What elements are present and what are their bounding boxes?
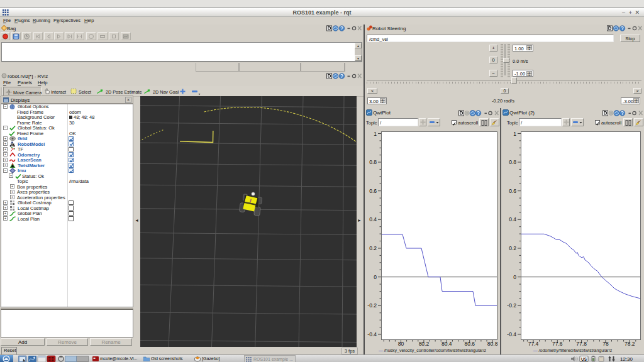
svg-text:80.6: 80.6 [464, 341, 475, 347]
svg-text:US: US [581, 357, 587, 361]
svg-text:0.8: 0.8 [509, 159, 516, 165]
svg-text:-0.2: -0.2 [367, 302, 377, 309]
svg-text:1: 1 [513, 131, 516, 137]
svg-text:0: 0 [513, 274, 516, 280]
svg-text:-0.2: -0.2 [507, 302, 516, 309]
svg-text:0.4: 0.4 [509, 216, 516, 222]
svg-text:80.8: 80.8 [487, 341, 498, 347]
svg-text:-0.4: -0.4 [367, 331, 377, 337]
svg-text:ML: ML [11, 143, 14, 146]
svg-text:77.8: 77.8 [576, 341, 587, 347]
svg-text:80: 80 [398, 341, 404, 347]
svg-text:0.6: 0.6 [369, 188, 377, 194]
svg-text:0: 0 [374, 274, 377, 280]
svg-text:0.6: 0.6 [509, 188, 516, 194]
svg-text:78: 78 [602, 341, 609, 347]
svg-text:80.2: 80.2 [419, 341, 430, 347]
svg-text:1: 1 [374, 131, 377, 137]
svg-text:0.4: 0.4 [369, 216, 377, 222]
svg-text:0.2: 0.2 [509, 245, 516, 251]
svg-text:77.6: 77.6 [552, 341, 563, 347]
svg-text:80.4: 80.4 [441, 341, 452, 347]
svg-text:77.4: 77.4 [528, 341, 539, 347]
svg-text:-0.4: -0.4 [507, 331, 516, 337]
svg-text:78.2: 78.2 [625, 341, 635, 347]
svg-text:0.8: 0.8 [369, 159, 377, 165]
svg-text:0.2: 0.2 [369, 245, 377, 251]
